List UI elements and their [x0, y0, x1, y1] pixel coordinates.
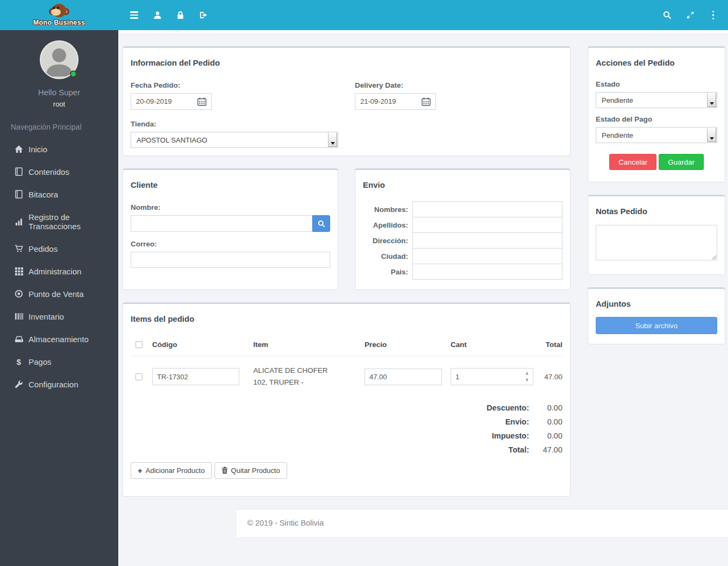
acciones-title: Acciones del Pedido: [596, 55, 717, 67]
buscar-cliente-button[interactable]: [312, 215, 330, 232]
cantidad-stepper[interactable]: ∧∨: [451, 368, 533, 385]
quitar-producto-button[interactable]: Quitar Producto: [215, 462, 287, 479]
sidebar-item-label: Pedidos: [28, 244, 58, 253]
order-info-panel: Informacion del Pedido Fecha Pedido: Del…: [123, 46, 570, 156]
estado-selected-value: Pendiente: [602, 96, 633, 104]
tienda-select[interactable]: APOSTOL SANTIAGO: [131, 132, 338, 148]
impuesto-value: 0.00: [529, 431, 562, 440]
adjuntos-title: Adjuntos: [596, 296, 717, 308]
delivery-date-input[interactable]: [360, 94, 411, 109]
sidebar-item-pedidos[interactable]: Pedidos: [0, 237, 118, 260]
chevron-down-icon: [707, 128, 716, 142]
impuesto-label: Impuesto:: [492, 431, 529, 440]
sidebar-item-punto-de-venta[interactable]: Punto de Venta: [0, 282, 118, 305]
user-greeting: Hello Super: [0, 88, 118, 97]
book-icon: [14, 190, 24, 199]
fecha-pedido-label: Fecha Pedido:: [131, 81, 355, 89]
envio-nombres-label: Nombres:: [363, 206, 412, 214]
cancelar-button[interactable]: Cancelar: [609, 154, 656, 170]
guardar-button[interactable]: Guardar: [659, 154, 704, 170]
item-row: ALICATE DE CHOFER 102, TRUPER - ∧∨ 47.00: [131, 356, 562, 392]
envio-panel: Envio Nombres: Apellidos: Dirección:: [355, 168, 570, 290]
cantidad-input[interactable]: [451, 369, 510, 385]
subir-archivo-button[interactable]: Subir archivo: [596, 317, 717, 334]
row-total: 47.00: [537, 373, 562, 381]
sidebar: Hello Super root Navegación Principal In…: [0, 30, 118, 566]
item-description: ALICATE DE CHOFER 102, TRUPER -: [253, 365, 365, 389]
user-role: root: [0, 100, 118, 108]
fecha-pedido-input[interactable]: [136, 94, 187, 109]
envio-nombres-input[interactable]: [412, 201, 562, 217]
notas-title: Notas Pedido: [596, 204, 717, 216]
sidebar-item-registro-transacciones[interactable]: Registro de Transacciones: [0, 206, 118, 237]
envio-pais-input[interactable]: [412, 264, 562, 280]
home-icon: [14, 145, 24, 153]
row-checkbox[interactable]: [135, 373, 142, 380]
quitar-producto-label: Quitar Producto: [231, 466, 280, 475]
adicionar-producto-button[interactable]: + Adicionar Producto: [131, 462, 212, 479]
sidebar-item-label: Configuracion: [28, 380, 78, 389]
sidebar-item-bitacora[interactable]: Bitacora: [0, 183, 118, 206]
sidebar-item-contenidos[interactable]: Contenidos: [0, 160, 118, 183]
correo-input[interactable]: [131, 252, 330, 268]
delivery-date-label: Delivery Date:: [355, 81, 562, 89]
notas-textarea[interactable]: [596, 225, 717, 260]
search-icon[interactable]: [655, 0, 679, 30]
order-info-title: Informacion del Pedido: [131, 55, 562, 67]
fecha-pedido-field[interactable]: [131, 93, 212, 110]
hdd-icon: [14, 335, 24, 343]
column-header-cant: Cant: [451, 341, 537, 349]
sidebar-item-administracion[interactable]: Administracion: [0, 260, 118, 282]
kebab-menu-icon[interactable]: [702, 0, 725, 30]
column-header-item: Item: [253, 341, 365, 349]
calendar-icon: [197, 97, 206, 106]
menu-icon[interactable]: [123, 0, 146, 30]
column-header-codigo: Código: [152, 341, 253, 349]
brand-logo[interactable]: Mono Business: [0, 0, 118, 30]
sign-out-icon[interactable]: [192, 0, 215, 30]
envio-apellidos-input[interactable]: [412, 217, 562, 233]
adicionar-producto-label: Adicionar Producto: [146, 466, 205, 475]
descuento-value: 0.00: [529, 404, 562, 412]
sidebar-menu: Inicio Contenidos Bitacora Registro de T…: [0, 138, 118, 395]
estado-pago-select[interactable]: Pendiente: [596, 127, 717, 143]
envio-title: Envio: [363, 178, 562, 189]
sidebar-item-inicio[interactable]: Inicio: [0, 138, 118, 160]
total-value: 47.00: [529, 445, 562, 454]
codigo-input[interactable]: [152, 368, 239, 385]
bar-chart-icon: [14, 217, 24, 225]
estado-pago-selected-value: Pendiente: [602, 131, 633, 139]
lock-icon[interactable]: [169, 0, 192, 30]
notas-panel: Notas Pedido: [588, 195, 725, 275]
cliente-title: Cliente: [131, 178, 330, 189]
delivery-date-field[interactable]: [355, 93, 436, 110]
precio-input[interactable]: [365, 369, 442, 385]
sidebar-item-inventario[interactable]: Inventario: [0, 305, 118, 328]
sidebar-item-almacenamiento[interactable]: Almacenamiento: [0, 328, 118, 350]
sidebar-item-pagos[interactable]: $ Pagos: [0, 350, 118, 373]
envio-total-value: 0.00: [529, 418, 562, 426]
envio-direccion-label: Dirección:: [363, 237, 412, 245]
calendar-icon: [422, 97, 431, 106]
acciones-panel: Acciones del Pedido Estado Pendiente Est…: [588, 46, 725, 182]
book-icon: [14, 167, 24, 176]
select-all-checkbox[interactable]: [135, 341, 142, 348]
envio-ciudad-input[interactable]: [412, 248, 562, 264]
stepper-arrows-icon[interactable]: ∧∨: [525, 371, 529, 383]
sidebar-item-label: Punto de Venta: [28, 289, 84, 299]
envio-total-label: Envio:: [505, 418, 529, 426]
column-header-total: Total: [537, 341, 562, 349]
tienda-selected-value: APOSTOL SANTIAGO: [137, 136, 207, 144]
cart-icon: [14, 244, 24, 253]
sidebar-item-label: Registro de Transacciones: [28, 213, 113, 231]
sidebar-item-label: Inicio: [28, 145, 47, 154]
expand-icon[interactable]: [679, 0, 702, 30]
user-icon[interactable]: [146, 0, 169, 30]
column-header-precio: Precio: [365, 341, 451, 349]
estado-select[interactable]: Pendiente: [596, 92, 717, 108]
barcode-icon: [14, 313, 24, 320]
sidebar-item-label: Inventario: [28, 312, 64, 321]
sidebar-item-configuracion[interactable]: Configuracion: [0, 373, 118, 395]
envio-direccion-input[interactable]: [412, 232, 562, 249]
nombre-input[interactable]: [131, 215, 312, 232]
